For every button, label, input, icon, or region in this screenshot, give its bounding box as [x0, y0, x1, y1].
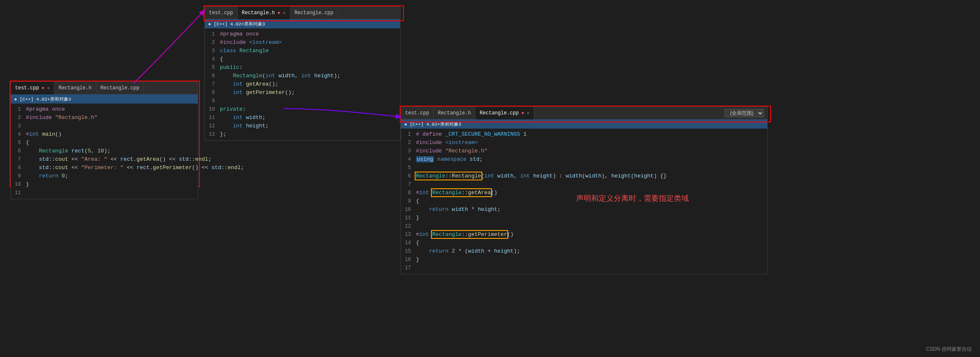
scope-dropdown[interactable]: (全局范围) [725, 109, 764, 117]
tab-test-cpp-left[interactable]: test.cpp ● ✕ [11, 82, 54, 94]
code-line: 11 int width; [205, 114, 400, 122]
code-line: 4 ≡int main() [11, 130, 198, 139]
right-status-bar: ❖ [C++] 4.02+类和对象3 [401, 119, 767, 129]
code-line: 10 return width * height; [401, 205, 767, 214]
middle-tab-bar: test.cpp Rectangle.h ● ✕ Rectangle.cpp [205, 7, 400, 19]
left-tab-bar: test.cpp ● ✕ Rectangle.h Rectangle.cpp [11, 82, 198, 94]
code-line: 17 [401, 264, 767, 272]
tab-dot: ● [42, 85, 45, 91]
code-line: 3 #include "Rectangle.h" [401, 147, 767, 155]
code-line: 2 #include <iostream> [205, 38, 400, 47]
code-line: 6 Rectangle(int width, int height); [205, 72, 400, 80]
code-line: 1 #pragma once [11, 105, 198, 114]
tab-rectangleh-left[interactable]: Rectangle.h [54, 82, 96, 94]
code-line: 8 int getPerimeter(); [205, 89, 400, 97]
tab-label: Rectangle.cpp [101, 85, 140, 91]
tab-rectangleh-right[interactable]: Rectangle.h [434, 107, 476, 119]
tab-rectangleh-mid[interactable]: Rectangle.h ● ✕ [238, 7, 290, 19]
code-line: 5 { [11, 139, 198, 147]
tab-close-mid[interactable]: ✕ [283, 10, 286, 15]
right-tab-bar: test.cpp Rectangle.h Rectangle.cpp ● ✕ (… [401, 107, 767, 119]
code-line: 13 ≡int Rectangle::getPerimeter() [401, 230, 767, 239]
tab-label: Rectangle.h [58, 85, 91, 91]
code-line: 5 public: [205, 63, 400, 72]
left-code-area: 1 #pragma once 2 #include "Rectangle.h" … [11, 104, 198, 199]
code-line: 10 private: [205, 105, 400, 114]
code-line: 4 using namespace std; [401, 155, 767, 164]
right-code-area: 1 # define _CRT_SECURE_NO_WARNINGS 1 2 #… [401, 129, 767, 274]
code-line: 9 return 0; [11, 172, 198, 180]
code-line: 11 [11, 189, 198, 197]
left-status-bar: ❖ [C++] 4.02+类和对象3 [11, 94, 198, 104]
tab-rectanglecpp-left[interactable]: Rectangle.cpp [96, 82, 144, 94]
tab-test-cpp-right[interactable]: test.cpp [401, 107, 434, 119]
tab-rectanglecpp-mid[interactable]: Rectangle.cpp [290, 7, 338, 19]
code-line: 2 #include <iostream> [401, 139, 767, 147]
code-line: 5 [401, 164, 767, 172]
tab-dot: ● [277, 10, 280, 16]
code-line: 15 return 2 * (width + height); [401, 247, 767, 256]
code-line: 3 [11, 122, 198, 130]
code-line: 11 } [401, 214, 767, 222]
tab-label: Rectangle.h [242, 10, 275, 16]
code-line: 7 int getArea(); [205, 80, 400, 89]
tab-dot: ● [521, 110, 524, 116]
code-line: 9 [205, 97, 400, 105]
tab-label: test.cpp [15, 85, 39, 91]
middle-code-area: 1 #pragma once 2 #include <iostream> 3 c… [205, 28, 400, 140]
code-line: 12 int height; [205, 122, 400, 130]
code-line: 6 Rectangle::Rectangle(int width, int he… [401, 172, 767, 180]
tab-label: test.cpp [405, 110, 429, 116]
code-line: 16 } [401, 256, 767, 264]
code-line: 13 }; [205, 130, 400, 139]
code-line: 8 std::cout << "Perimeter: " << rect.get… [11, 164, 198, 172]
code-line: 7 [401, 180, 767, 189]
code-line: 10 } [11, 180, 198, 189]
code-line: 6 Rectangle rect(5, 10); [11, 147, 198, 155]
tab-label: Rectangle.h [438, 110, 471, 116]
tab-label: Rectangle.cpp [295, 10, 334, 16]
middle-panel: test.cpp Rectangle.h ● ✕ Rectangle.cpp ❖… [204, 6, 401, 141]
code-line: 2 #include "Rectangle.h" [11, 114, 198, 122]
tab-test-cpp-mid[interactable]: test.cpp [205, 7, 238, 19]
tab-label: Rectangle.cpp [480, 110, 519, 116]
code-line: 12 [401, 222, 767, 230]
left-panel: test.cpp ● ✕ Rectangle.h Rectangle.cpp ❖… [10, 81, 198, 199]
annotation-class-scope: 声明和定义分离时，需要指定类域 [576, 193, 689, 203]
code-line: 14 { [401, 239, 767, 247]
tab-close-right[interactable]: ✕ [527, 110, 530, 116]
watermark: CSDN @阿蒙要自信 [926, 346, 972, 353]
code-line: 1 # define _CRT_SECURE_NO_WARNINGS 1 [401, 130, 767, 139]
tab-close-left[interactable]: ✕ [47, 85, 50, 91]
tab-label: test.cpp [209, 10, 233, 16]
middle-status-bar: ❖ [C++] 4.02+类和对象3 [205, 19, 400, 28]
tab-rectanglecpp-right[interactable]: Rectangle.cpp ● ✕ [476, 107, 534, 119]
code-line: 3 class Rectangle [205, 47, 400, 55]
right-panel: test.cpp Rectangle.h Rectangle.cpp ● ✕ (… [401, 106, 768, 274]
code-line: 1 #pragma once [205, 30, 400, 38]
code-line: 4 { [205, 55, 400, 63]
code-line: 7 std::cout << "Area: " << rect.getArea(… [11, 155, 198, 164]
